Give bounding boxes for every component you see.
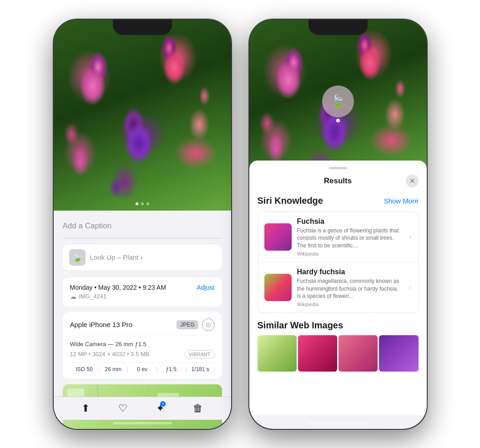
flower-details: [54, 20, 231, 211]
panel-handle: [329, 167, 347, 169]
fuchsia-source: Wikipedia: [297, 251, 404, 257]
close-button[interactable]: ✕: [406, 175, 419, 187]
lookup-subject: Plant: [123, 253, 138, 261]
info-button[interactable]: ✦ i: [156, 403, 164, 414]
hardy-thumb-img: [264, 274, 292, 301]
info-panel: Add a Caption 🍃 Look Up – Plant › Monday…: [54, 211, 231, 429]
dot-2: [141, 202, 144, 205]
web-image-4[interactable]: [379, 335, 418, 372]
photo-area[interactable]: [54, 20, 231, 211]
meta-filename: ☁ IMG_4241: [70, 293, 215, 300]
camera-spec: Wide Camera — 26 mm ƒ1.5: [70, 341, 215, 347]
exif-ev: 0 ev: [128, 366, 157, 372]
web-images-title: Similar Web Images: [258, 320, 419, 331]
caption-placeholder[interactable]: Add a Caption: [63, 221, 112, 230]
siri-knowledge-title: Siri Knowledge: [258, 196, 323, 206]
right-home-indicator: [308, 422, 368, 424]
device-row: Apple iPhone 13 Pro JPEG ⊙: [70, 318, 215, 336]
notch: [113, 20, 172, 35]
exif-aperture: ƒ1.5: [157, 366, 186, 372]
right-phone: 🍃 Results ✕ Siri Knowledge Show More: [249, 20, 427, 429]
caption-area[interactable]: Add a Caption: [63, 218, 222, 238]
device-badges: JPEG ⊙: [177, 318, 214, 331]
jpeg-badge: JPEG: [177, 320, 198, 329]
right-notch: [308, 20, 368, 35]
knowledge-item-fuchsia[interactable]: Fuchsia Fuchsia is a genus of flowering …: [258, 212, 418, 262]
heart-icon[interactable]: ♡: [118, 403, 127, 414]
show-more-button[interactable]: Show More: [384, 197, 419, 205]
dot-1: [136, 202, 138, 205]
web-images-section: Similar Web Images: [258, 320, 419, 372]
results-title: Results: [270, 176, 406, 186]
lookup-icon: 🍃: [69, 249, 86, 266]
left-phone: Add a Caption 🍃 Look Up – Plant › Monday…: [54, 20, 231, 429]
knowledge-card: Fuchsia Fuchsia is a genus of flowering …: [258, 211, 419, 313]
exif-iso: ISO 50: [70, 366, 99, 372]
mp-info: 12 MP • 3024 × 4032 • 3.5 MB: [70, 351, 150, 357]
siri-dot: [336, 119, 340, 122]
knowledge-item-hardy[interactable]: Hardy fuchsia Fuchsia magellanica, commo…: [258, 262, 418, 312]
lookup-row[interactable]: 🍃 Look Up – Plant ›: [63, 245, 222, 270]
meta-row: Monday • May 30, 2022 • 9:23 AM Adjust: [70, 284, 215, 291]
hardy-content: Hardy fuchsia Fuchsia magellanica, commo…: [297, 268, 404, 307]
hardy-source: Wikipedia: [297, 302, 404, 307]
hardy-desc: Fuchsia magellanica, commonly known as t…: [297, 277, 404, 300]
fuchsia-content: Fuchsia Fuchsia is a genus of flowering …: [297, 217, 404, 257]
meta-date: Monday • May 30, 2022 • 9:23 AM: [70, 284, 166, 291]
device-section: Apple iPhone 13 Pro JPEG ⊙ Wide Camera —…: [63, 312, 222, 379]
fuchsia-thumb: [264, 223, 292, 251]
fuchsia-name: Fuchsia: [297, 217, 404, 226]
cloud-icon: ☁: [70, 293, 76, 300]
lookup-label: Look Up – Plant ›: [90, 253, 143, 261]
home-indicator: [113, 422, 172, 424]
exif-shutter: 1/181 s: [186, 366, 215, 372]
location-icon: ⊙: [202, 318, 215, 331]
adjust-button[interactable]: Adjust: [197, 284, 215, 291]
trash-icon[interactable]: 🗑: [193, 403, 203, 414]
meta-section: Monday • May 30, 2022 • 9:23 AM Adjust ☁…: [63, 277, 222, 307]
web-image-2[interactable]: [298, 335, 337, 372]
info-badge: i: [160, 401, 166, 407]
siri-orb[interactable]: 🍃: [322, 86, 354, 117]
lookup-prefix: Look Up –: [90, 253, 121, 261]
vibrant-badge: VIBRANT: [185, 350, 215, 358]
right-phone-screen: 🍃 Results ✕ Siri Knowledge Show More: [249, 20, 427, 429]
left-phone-screen: Add a Caption 🍃 Look Up – Plant › Monday…: [54, 20, 231, 429]
dot-3: [147, 202, 149, 205]
photo-indicator: [136, 202, 149, 205]
results-panel: Results ✕ Siri Knowledge Show More Fuchs…: [249, 161, 427, 415]
fuchsia-thumb-img: [264, 223, 292, 251]
fuchsia-desc: Fuchsia is a genus of flowering plants t…: [297, 227, 404, 250]
hardy-name: Hardy fuchsia: [297, 268, 404, 276]
siri-knowledge-header: Siri Knowledge Show More: [258, 196, 419, 206]
toolbar: ⬆ ♡ ✦ i 🗑: [54, 397, 231, 420]
device-name: Apple iPhone 13 Pro: [70, 321, 133, 328]
hardy-chevron: ›: [409, 283, 411, 292]
share-icon[interactable]: ⬆: [81, 403, 90, 414]
web-images-grid: [258, 335, 419, 372]
lookup-chevron-inline: ›: [140, 253, 142, 261]
exif-focal: 26 mm: [99, 366, 128, 372]
hardy-thumb: [264, 274, 292, 301]
mp-row: 12 MP • 3024 × 4032 • 3.5 MB VIBRANT: [70, 350, 215, 358]
fuchsia-chevron: ›: [409, 233, 411, 241]
web-image-1[interactable]: [258, 335, 297, 372]
web-image-3[interactable]: [339, 335, 378, 372]
filename-text: IMG_4241: [79, 293, 107, 300]
results-header: Results ✕: [258, 175, 419, 187]
exif-row: ISO 50 26 mm 0 ev ƒ1.5 1/181 s: [70, 362, 215, 372]
